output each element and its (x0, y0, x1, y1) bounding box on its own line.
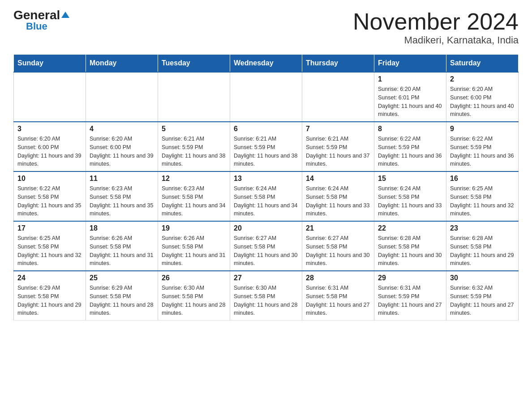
col-friday: Friday (374, 55, 446, 73)
day-number: 20 (234, 224, 298, 232)
table-row: 15Sunrise: 6:24 AMSunset: 5:58 PMDayligh… (374, 171, 446, 221)
logo-triangle-icon (61, 12, 69, 18)
logo-general-text: General (13, 9, 69, 21)
table-row: 27Sunrise: 6:30 AMSunset: 5:58 PMDayligh… (230, 271, 302, 321)
day-info: Sunrise: 6:23 AMSunset: 5:58 PMDaylight:… (162, 184, 226, 218)
table-row (86, 72, 158, 122)
day-number: 22 (378, 224, 442, 232)
day-info: Sunrise: 6:28 AMSunset: 5:58 PMDaylight:… (450, 234, 515, 268)
day-number: 29 (378, 274, 442, 282)
day-number: 5 (162, 125, 226, 133)
table-row: 17Sunrise: 6:25 AMSunset: 5:58 PMDayligh… (14, 221, 86, 271)
table-row (158, 72, 230, 122)
calendar-week-row: 24Sunrise: 6:29 AMSunset: 5:58 PMDayligh… (14, 271, 519, 321)
day-info: Sunrise: 6:32 AMSunset: 5:59 PMDaylight:… (450, 284, 515, 317)
table-row: 13Sunrise: 6:24 AMSunset: 5:58 PMDayligh… (230, 171, 302, 221)
day-number: 23 (450, 224, 515, 232)
day-info: Sunrise: 6:22 AMSunset: 5:59 PMDaylight:… (450, 135, 515, 168)
day-info: Sunrise: 6:24 AMSunset: 5:58 PMDaylight:… (306, 184, 370, 218)
day-info: Sunrise: 6:30 AMSunset: 5:58 PMDaylight:… (234, 284, 298, 317)
day-number: 13 (234, 175, 298, 183)
day-info: Sunrise: 6:23 AMSunset: 5:58 PMDaylight:… (90, 184, 154, 218)
logo-blue-text: Blue (26, 21, 47, 32)
day-info: Sunrise: 6:28 AMSunset: 5:58 PMDaylight:… (378, 234, 442, 268)
day-number: 7 (306, 125, 370, 133)
day-info: Sunrise: 6:20 AMSunset: 6:01 PMDaylight:… (378, 85, 442, 119)
table-row: 2Sunrise: 6:20 AMSunset: 6:00 PMDaylight… (446, 72, 519, 122)
table-row: 5Sunrise: 6:21 AMSunset: 5:59 PMDaylight… (158, 122, 230, 171)
day-number: 21 (306, 224, 370, 232)
location-title: Madikeri, Karnataka, India (353, 34, 519, 46)
calendar-week-row: 3Sunrise: 6:20 AMSunset: 6:00 PMDaylight… (14, 122, 519, 171)
day-info: Sunrise: 6:20 AMSunset: 6:00 PMDaylight:… (17, 135, 82, 168)
table-row: 20Sunrise: 6:27 AMSunset: 5:58 PMDayligh… (230, 221, 302, 271)
day-number: 14 (306, 175, 370, 183)
table-row: 26Sunrise: 6:30 AMSunset: 5:58 PMDayligh… (158, 271, 230, 321)
day-number: 11 (90, 175, 154, 183)
day-info: Sunrise: 6:24 AMSunset: 5:58 PMDaylight:… (234, 184, 298, 218)
day-number: 12 (162, 175, 226, 183)
logo: General Blue (13, 9, 69, 32)
calendar-header-row: Sunday Monday Tuesday Wednesday Thursday… (14, 55, 519, 73)
table-row: 14Sunrise: 6:24 AMSunset: 5:58 PMDayligh… (302, 171, 374, 221)
table-row (302, 72, 374, 122)
day-number: 28 (306, 274, 370, 282)
day-number: 25 (90, 274, 154, 282)
col-tuesday: Tuesday (158, 55, 230, 73)
day-info: Sunrise: 6:24 AMSunset: 5:58 PMDaylight:… (378, 184, 442, 218)
table-row: 22Sunrise: 6:28 AMSunset: 5:58 PMDayligh… (374, 221, 446, 271)
day-number: 1 (378, 75, 442, 83)
day-number: 27 (234, 274, 298, 282)
day-number: 17 (17, 224, 82, 232)
table-row: 18Sunrise: 6:26 AMSunset: 5:58 PMDayligh… (86, 221, 158, 271)
day-info: Sunrise: 6:29 AMSunset: 5:58 PMDaylight:… (17, 284, 82, 317)
day-number: 8 (378, 125, 442, 133)
day-number: 9 (450, 125, 515, 133)
calendar-table: Sunday Monday Tuesday Wednesday Thursday… (13, 54, 519, 321)
table-row: 19Sunrise: 6:26 AMSunset: 5:58 PMDayligh… (158, 221, 230, 271)
day-info: Sunrise: 6:26 AMSunset: 5:58 PMDaylight:… (162, 234, 226, 268)
table-row: 10Sunrise: 6:22 AMSunset: 5:58 PMDayligh… (14, 171, 86, 221)
table-row: 7Sunrise: 6:21 AMSunset: 5:59 PMDaylight… (302, 122, 374, 171)
day-info: Sunrise: 6:21 AMSunset: 5:59 PMDaylight:… (162, 135, 226, 168)
day-number: 15 (378, 175, 442, 183)
table-row: 16Sunrise: 6:25 AMSunset: 5:58 PMDayligh… (446, 171, 519, 221)
table-row: 28Sunrise: 6:31 AMSunset: 5:58 PMDayligh… (302, 271, 374, 321)
day-info: Sunrise: 6:29 AMSunset: 5:58 PMDaylight:… (90, 284, 154, 317)
table-row: 9Sunrise: 6:22 AMSunset: 5:59 PMDaylight… (446, 122, 519, 171)
table-row: 23Sunrise: 6:28 AMSunset: 5:58 PMDayligh… (446, 221, 519, 271)
col-saturday: Saturday (446, 55, 519, 73)
day-info: Sunrise: 6:31 AMSunset: 5:59 PMDaylight:… (378, 284, 442, 317)
title-block: November 2024 Madikeri, Karnataka, India (353, 9, 519, 46)
col-sunday: Sunday (14, 55, 86, 73)
day-info: Sunrise: 6:30 AMSunset: 5:58 PMDaylight:… (162, 284, 226, 317)
day-info: Sunrise: 6:21 AMSunset: 5:59 PMDaylight:… (306, 135, 370, 168)
day-number: 16 (450, 175, 515, 183)
col-wednesday: Wednesday (230, 55, 302, 73)
day-info: Sunrise: 6:25 AMSunset: 5:58 PMDaylight:… (450, 184, 515, 218)
table-row: 6Sunrise: 6:21 AMSunset: 5:59 PMDaylight… (230, 122, 302, 171)
table-row (14, 72, 86, 122)
day-info: Sunrise: 6:22 AMSunset: 5:59 PMDaylight:… (378, 135, 442, 168)
day-info: Sunrise: 6:26 AMSunset: 5:58 PMDaylight:… (90, 234, 154, 268)
table-row: 21Sunrise: 6:27 AMSunset: 5:58 PMDayligh… (302, 221, 374, 271)
col-thursday: Thursday (302, 55, 374, 73)
day-number: 24 (17, 274, 82, 282)
day-number: 30 (450, 274, 515, 282)
table-row: 12Sunrise: 6:23 AMSunset: 5:58 PMDayligh… (158, 171, 230, 221)
day-info: Sunrise: 6:20 AMSunset: 6:00 PMDaylight:… (450, 85, 515, 119)
day-number: 26 (162, 274, 226, 282)
table-row: 29Sunrise: 6:31 AMSunset: 5:59 PMDayligh… (374, 271, 446, 321)
table-row: 25Sunrise: 6:29 AMSunset: 5:58 PMDayligh… (86, 271, 158, 321)
day-number: 10 (17, 175, 82, 183)
day-number: 2 (450, 75, 515, 83)
table-row: 8Sunrise: 6:22 AMSunset: 5:59 PMDaylight… (374, 122, 446, 171)
col-monday: Monday (86, 55, 158, 73)
month-year-title: November 2024 (353, 9, 519, 34)
day-info: Sunrise: 6:27 AMSunset: 5:58 PMDaylight:… (306, 234, 370, 268)
table-row (230, 72, 302, 122)
day-info: Sunrise: 6:21 AMSunset: 5:59 PMDaylight:… (234, 135, 298, 168)
calendar-week-row: 10Sunrise: 6:22 AMSunset: 5:58 PMDayligh… (14, 171, 519, 221)
day-number: 4 (90, 125, 154, 133)
day-info: Sunrise: 6:27 AMSunset: 5:58 PMDaylight:… (234, 234, 298, 268)
